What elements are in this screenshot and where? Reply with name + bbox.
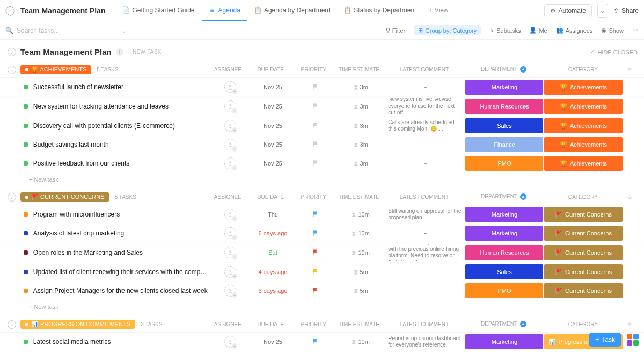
priority-cell[interactable] bbox=[296, 211, 336, 218]
task-row[interactable]: Successful launch of newsletterNov 25⧗3m… bbox=[0, 78, 644, 97]
new-task-fab[interactable]: + Task bbox=[589, 333, 621, 347]
task-row[interactable]: Discovery call with potential clients (E… bbox=[0, 117, 644, 135]
section-collapse-button[interactable]: ⌄ bbox=[8, 320, 16, 329]
due-date[interactable]: Nov 25 bbox=[250, 84, 295, 90]
task-name[interactable]: Program with microinfluencers bbox=[33, 211, 210, 218]
tab-status-by-department[interactable]: 📋Status by Department bbox=[338, 0, 422, 21]
priority-cell[interactable] bbox=[296, 141, 336, 148]
latest-comment[interactable]: Report is up on our dashboard for everyo… bbox=[386, 334, 465, 350]
col-priority[interactable]: PRIORITY bbox=[294, 321, 334, 327]
task-name[interactable]: Open roles in the Marketing and Sales bbox=[33, 249, 210, 256]
latest-comment[interactable]: We have subscription issues with the pre… bbox=[386, 244, 465, 261]
department-chip[interactable]: PMO bbox=[465, 283, 544, 299]
more-menu[interactable]: ⋯ bbox=[632, 27, 639, 34]
col-priority[interactable]: PRIORITY bbox=[294, 67, 334, 73]
col-due[interactable]: DUE DATE bbox=[248, 67, 294, 73]
col-comment[interactable]: LATEST COMMENT bbox=[384, 194, 464, 200]
assignee-cell[interactable] bbox=[210, 209, 251, 220]
assignees-button[interactable]: 👥Assignees bbox=[556, 27, 593, 34]
automate-dropdown[interactable]: ⌄ bbox=[597, 4, 608, 18]
task-name[interactable]: Discovery call with potential clients (E… bbox=[33, 122, 210, 130]
status-pill[interactable]: 🚩 Current Concerns bbox=[20, 192, 109, 202]
col-priority[interactable]: PRIORITY bbox=[294, 194, 334, 200]
priority-cell[interactable] bbox=[296, 84, 336, 90]
section-collapse-button[interactable]: ⌄ bbox=[8, 66, 16, 74]
latest-comment[interactable]: New system is live. Advise everyone to u… bbox=[386, 98, 465, 115]
due-date[interactable]: Nov 25 bbox=[250, 160, 295, 167]
tab-getting-started-guide[interactable]: 📄Getting Started Guide bbox=[116, 0, 201, 21]
assignee-avatar[interactable] bbox=[224, 266, 236, 278]
due-date[interactable]: 4 days ago bbox=[250, 269, 295, 275]
category-chip[interactable]: 🚩Current Concerns bbox=[544, 264, 623, 280]
assignee-cell[interactable] bbox=[210, 100, 251, 112]
category-chip[interactable]: 🚩Current Concerns bbox=[544, 206, 623, 222]
department-chip[interactable]: Marketing bbox=[465, 206, 544, 222]
estimate-cell[interactable]: ⧗3m bbox=[335, 83, 386, 91]
new-task-row[interactable]: + New task bbox=[0, 173, 644, 188]
col-category[interactable]: CATEGORY bbox=[543, 321, 623, 327]
col-due[interactable]: DUE DATE bbox=[248, 321, 294, 327]
due-date[interactable]: Nov 25 bbox=[250, 141, 295, 148]
add-column-button[interactable]: ⊕ bbox=[623, 321, 636, 327]
add-column-button[interactable]: ⊕ bbox=[623, 194, 636, 200]
col-department[interactable]: DEPARTMENT ▲ bbox=[464, 321, 543, 328]
latest-comment[interactable]: – bbox=[386, 140, 465, 149]
assignee-cell[interactable] bbox=[210, 285, 251, 297]
task-row[interactable]: Open roles in the Marketing and SalesSat… bbox=[0, 243, 644, 263]
show-button[interactable]: ◉Show bbox=[601, 27, 624, 34]
col-estimate[interactable]: TIME ESTIMATE bbox=[334, 67, 385, 73]
assignee-cell[interactable] bbox=[210, 336, 251, 348]
assignee-avatar[interactable] bbox=[224, 157, 236, 169]
assignee-avatar[interactable] bbox=[224, 227, 236, 239]
assignee-avatar[interactable] bbox=[224, 120, 236, 132]
task-name[interactable]: Assign Project Managers for the new clie… bbox=[33, 287, 210, 294]
priority-cell[interactable] bbox=[296, 269, 336, 275]
assignee-avatar[interactable] bbox=[224, 81, 236, 93]
search-input[interactable]: 🔍 Search tasks... ⌄ bbox=[5, 27, 127, 34]
task-row[interactable]: New system for tracking attendance and l… bbox=[0, 97, 644, 117]
task-name[interactable]: Budget savings last month bbox=[33, 141, 210, 148]
col-comment[interactable]: LATEST COMMENT bbox=[384, 321, 464, 327]
add-view-button[interactable]: + View bbox=[422, 0, 455, 21]
assignee-avatar[interactable] bbox=[224, 247, 236, 258]
department-chip[interactable]: Human Resources bbox=[465, 98, 544, 114]
assignee-avatar[interactable] bbox=[224, 209, 236, 220]
col-department[interactable]: DEPARTMENT ▲ bbox=[464, 193, 543, 200]
due-date[interactable]: 6 days ago bbox=[250, 288, 295, 294]
priority-cell[interactable] bbox=[296, 160, 336, 167]
new-task-header-button[interactable]: + NEW TASK bbox=[128, 49, 162, 55]
col-category[interactable]: CATEGORY bbox=[543, 67, 623, 73]
info-icon[interactable]: i bbox=[116, 48, 123, 56]
task-name[interactable]: New system for tracking attendance and l… bbox=[33, 103, 210, 110]
apps-fab[interactable] bbox=[627, 334, 639, 346]
new-task-row[interactable]: + New task bbox=[0, 300, 644, 315]
col-department[interactable]: DEPARTMENT ▲ bbox=[464, 66, 543, 73]
task-row[interactable]: Program with microinfluencersThu⧗10mStil… bbox=[0, 205, 644, 224]
me-button[interactable]: 👤Me bbox=[529, 27, 547, 34]
assignee-cell[interactable] bbox=[210, 247, 251, 258]
estimate-cell[interactable]: ⧗3m bbox=[335, 122, 386, 130]
task-row[interactable]: Positive feedback from our clientsNov 25… bbox=[0, 154, 644, 173]
estimate-cell[interactable]: ⧗10m bbox=[335, 211, 386, 218]
department-chip[interactable]: Marketing bbox=[465, 334, 544, 350]
task-name[interactable]: Successful launch of newsletter bbox=[33, 83, 210, 91]
assignee-cell[interactable] bbox=[210, 157, 251, 169]
category-chip[interactable]: 🏆Achievements bbox=[544, 137, 623, 153]
estimate-cell[interactable]: ⧗10m bbox=[335, 249, 386, 256]
estimate-cell[interactable]: ⧗3m bbox=[335, 103, 386, 110]
latest-comment[interactable]: Still waiting on approval for the propos… bbox=[386, 207, 465, 222]
latest-comment[interactable]: – bbox=[386, 268, 465, 277]
groupby-button[interactable]: ⊞Group by: Category bbox=[414, 25, 481, 35]
tab-agenda-by-department[interactable]: 📋Agenda by Department bbox=[248, 0, 336, 21]
priority-cell[interactable] bbox=[296, 249, 336, 256]
task-name[interactable]: Analysis of latest drip marketing bbox=[33, 229, 210, 237]
assignee-avatar[interactable] bbox=[224, 336, 236, 348]
estimate-cell[interactable]: ⧗10m bbox=[335, 338, 386, 346]
category-chip[interactable]: 🚩Current Concerns bbox=[544, 283, 623, 299]
task-name[interactable]: Latest social media metrics bbox=[33, 338, 210, 346]
col-estimate[interactable]: TIME ESTIMATE bbox=[334, 194, 385, 200]
task-row[interactable]: Analysis of latest drip marketing6 days … bbox=[0, 224, 644, 243]
automate-button[interactable]: ⚙ Automate bbox=[544, 4, 592, 17]
task-row[interactable]: Budget savings last monthNov 25⧗3m–Finan… bbox=[0, 135, 644, 154]
collapse-all-button[interactable]: ⌄ bbox=[8, 48, 16, 56]
